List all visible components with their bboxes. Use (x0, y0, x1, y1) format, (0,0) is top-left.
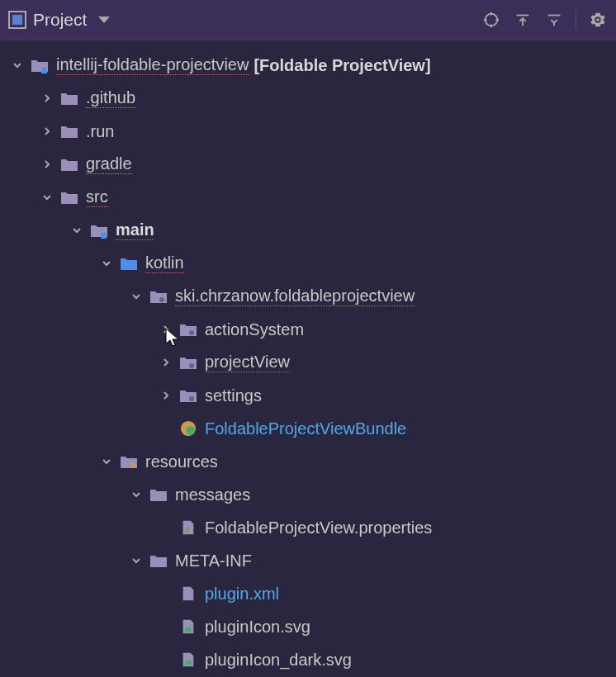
tree-row-actionsystem[interactable]: actionSystem (0, 313, 616, 346)
expand-all-icon[interactable] (513, 10, 533, 30)
node-label: main (116, 220, 154, 240)
node-label: resources (145, 452, 218, 471)
tree-row-run[interactable]: .run (0, 115, 616, 148)
node-label: FoldableProjectViewBundle (205, 419, 406, 438)
chevron-down-icon[interactable] (68, 221, 86, 239)
node-label: .run (86, 122, 114, 141)
tree-row-metainf[interactable]: META-INF (0, 544, 616, 577)
folder-icon (59, 154, 79, 174)
tree-row-package[interactable]: ski.chrzanow.foldableprojectview (0, 280, 616, 313)
project-tree: intellij-foldable-projectview [Foldable … (0, 40, 616, 677)
package-icon (178, 320, 198, 339)
node-label: FoldableProjectView.properties (205, 518, 432, 537)
folder-icon (149, 485, 168, 504)
tree-row-gradle[interactable]: gradle (0, 148, 616, 181)
svg-rect-22 (185, 627, 191, 632)
svg-rect-21 (190, 530, 192, 533)
chevron-down-icon[interactable] (38, 188, 56, 206)
module-folder-icon (89, 220, 109, 240)
chevron-down-icon[interactable] (127, 287, 145, 305)
toolbar-right (481, 10, 608, 30)
svg-point-13 (189, 363, 194, 368)
svg-rect-9 (41, 68, 47, 73)
gear-icon[interactable] (588, 10, 608, 30)
kotlin-class-icon (178, 419, 198, 438)
tree-row-kotlin[interactable]: kotlin (0, 247, 616, 280)
node-label: src (86, 187, 108, 207)
tree-row-main[interactable]: main (0, 214, 616, 247)
chevron-right-icon[interactable] (38, 89, 56, 107)
chevron-right-icon[interactable] (38, 122, 56, 140)
folder-icon (59, 187, 79, 207)
node-label: META-INF (175, 552, 252, 570)
tree-row-github[interactable]: .github (0, 82, 616, 115)
module-folder-icon (30, 55, 50, 75)
node-label: pluginIcon.svg (205, 618, 310, 637)
image-file-icon (178, 617, 198, 637)
svg-point-16 (186, 426, 195, 435)
svg-rect-18 (134, 464, 135, 468)
source-folder-icon (119, 253, 139, 273)
tree-row-pluginicondark[interactable]: pluginIcon_dark.svg (0, 643, 616, 676)
package-icon (178, 353, 198, 372)
tree-row-bundle[interactable]: FoldableProjectViewBundle (0, 412, 616, 445)
chevron-right-icon[interactable] (38, 155, 56, 173)
svg-point-0 (486, 14, 498, 26)
node-label: plugin.xml (205, 585, 279, 604)
folder-icon (59, 88, 79, 108)
tree-row-root[interactable]: intellij-foldable-projectview [Foldable … (0, 49, 616, 82)
svg-point-14 (189, 396, 194, 401)
package-icon (149, 286, 168, 306)
folder-icon (149, 551, 168, 570)
separator (576, 10, 576, 30)
dropdown-icon[interactable] (98, 17, 110, 23)
node-label: settings (205, 386, 262, 405)
node-label: kotlin (145, 253, 184, 273)
node-label: pluginIcon_dark.svg (205, 651, 352, 670)
tree-row-pluginicon[interactable]: pluginIcon.svg (0, 610, 616, 643)
root-extra: [Foldable ProjectView] (254, 56, 430, 75)
tree-row-messages[interactable]: messages (0, 478, 616, 511)
svg-point-12 (189, 330, 194, 335)
tree-row-pluginxml[interactable]: plugin.xml (0, 577, 616, 610)
tree-row-settings[interactable]: settings (0, 379, 616, 412)
node-label: projectView (205, 353, 290, 372)
image-file-icon (178, 650, 198, 670)
resources-folder-icon (119, 452, 139, 471)
tree-row-projectview[interactable]: projectView (0, 346, 616, 379)
node-label: actionSystem (205, 320, 304, 339)
svg-rect-10 (101, 233, 107, 239)
chevron-right-icon[interactable] (157, 320, 175, 338)
project-icon (8, 11, 26, 29)
chevron-down-icon[interactable] (127, 552, 145, 570)
package-icon (178, 386, 198, 405)
svg-rect-20 (187, 527, 189, 533)
locate-icon[interactable] (481, 10, 501, 30)
node-label: .github (86, 88, 135, 108)
tree-row-properties[interactable]: FoldableProjectView.properties (0, 511, 616, 544)
node-label: gradle (86, 154, 132, 174)
toolbar-title: Project (33, 10, 87, 30)
toolbar-left: Project (8, 10, 481, 30)
plugin-file-icon (178, 584, 198, 604)
chevron-down-icon[interactable] (97, 254, 116, 272)
root-name: intellij-foldable-projectview (56, 55, 249, 75)
svg-rect-19 (185, 528, 187, 533)
chevron-down-icon[interactable] (97, 452, 116, 471)
chevron-right-icon[interactable] (157, 353, 175, 372)
node-label: messages (175, 485, 250, 504)
folder-icon (59, 121, 79, 141)
chevron-down-icon[interactable] (8, 56, 26, 74)
project-toolbar: Project (0, 0, 616, 40)
tree-row-src[interactable]: src (0, 181, 616, 214)
svg-rect-23 (185, 660, 191, 665)
collapse-all-icon[interactable] (544, 10, 564, 30)
node-label: ski.chrzanow.foldableprojectview (175, 286, 415, 306)
svg-point-11 (159, 297, 164, 302)
svg-rect-17 (131, 462, 133, 468)
chevron-down-icon[interactable] (127, 485, 145, 504)
tree-row-resources[interactable]: resources (0, 445, 616, 478)
chevron-right-icon[interactable] (157, 386, 175, 405)
properties-file-icon (178, 518, 198, 537)
